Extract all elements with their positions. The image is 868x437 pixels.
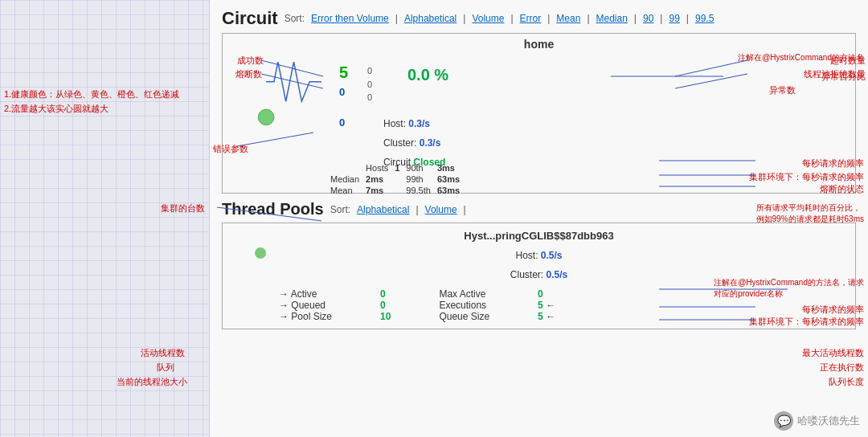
tp-left-values: 0 0 10 <box>380 288 391 322</box>
annotation-max-active: 最大活动线程数 <box>802 347 864 359</box>
percent-value: 0.0 % <box>407 66 448 84</box>
tp-pool-size-val: 10 <box>380 311 391 322</box>
tp-queue-size-val: 5 <box>538 311 543 322</box>
tp-active-val: 0 <box>380 288 391 300</box>
annotation-cluster-count: 集群的台数 <box>161 202 205 214</box>
thread-pool-title: Thread Pools <box>222 200 324 218</box>
timeout-count: 0 <box>367 66 372 76</box>
watermark-icon: 💬 <box>774 411 793 431</box>
tp-left-labels: → Active → Queued → Pool Size <box>279 288 332 322</box>
grid-background <box>0 0 209 437</box>
thread-reject-count: 0 <box>367 80 372 89</box>
annotation-circuit-status: 熔断的状态 <box>820 183 864 195</box>
tp-executions-val: 5 <box>538 300 543 311</box>
tp-card-name: Hyst...pringCGLIB$$87dbb963 <box>231 230 847 242</box>
tp-host-rate: 0.5/s <box>541 250 563 261</box>
error-count: 0 <box>339 116 345 129</box>
annotation-tp-method: 注解在@HystrixCommand的方法名，请求 对应的provider名称 <box>714 277 864 300</box>
sort-mean[interactable]: Mean <box>556 13 580 24</box>
watermark-text: 哈喽沃德先生 <box>797 414 860 428</box>
sort-median[interactable]: Median <box>596 13 628 24</box>
svg-point-0 <box>258 109 274 125</box>
watermark: 💬 哈喽沃德先生 <box>774 411 860 431</box>
annotation-pool-size: 当前的线程池大小 <box>117 376 187 388</box>
annotation-executions: 正在执行数 <box>820 361 864 374</box>
host-rate: 0.3/s <box>408 118 430 129</box>
error-percent: 0.0 % <box>407 66 448 84</box>
annotation-error-param: 错误参数 <box>213 143 248 155</box>
sort-error-volume[interactable]: Error then Volume <box>311 13 389 24</box>
tp-sort-alphabetical[interactable]: Alphabetical <box>357 204 409 215</box>
circuit-left-stats: 5 0 0 <box>339 64 348 130</box>
exception-count: 0 <box>367 92 372 102</box>
annotation-exception: 异常数 <box>769 84 796 96</box>
p90-val: 3ms <box>434 162 463 174</box>
circuit-right-small-stats: 0 0 0 <box>367 64 372 104</box>
sort-alphabetical[interactable]: Alphabetical <box>404 13 457 24</box>
annotation-rps: 每秒请求的频率 <box>802 157 864 169</box>
annotation-method-name: 注解在@HystrixCommand的方法名 <box>738 52 864 63</box>
annotation-queue: 队列 <box>157 361 174 374</box>
success-count: 5 <box>339 64 348 80</box>
tp-cluster-rate: 0.5/s <box>546 269 567 280</box>
cluster-rate: 0.3/s <box>420 137 441 149</box>
tp-queued-val: 0 <box>380 300 391 311</box>
annotation-tp-rps: 每秒请求的频率 <box>802 304 864 316</box>
sort-99-5[interactable]: 99.5 <box>695 13 714 24</box>
mean-val: 7ms <box>362 185 391 196</box>
tp-health-indicator <box>255 247 266 259</box>
latency-stats: Hosts 1 90th 3ms Median 2ms 99th 63ms Me… <box>327 162 463 196</box>
annotation-cluster-rps: 集群环境下：每秒请求的频率 <box>749 171 864 183</box>
annotation-queue-length: 队列长度 <box>829 376 864 388</box>
circuit-break-count: 0 <box>339 84 345 100</box>
annotation-success: 成功数 <box>237 55 264 67</box>
tp-max-active-val: 0 <box>538 288 555 300</box>
p99-val: 63ms <box>434 174 463 185</box>
sort-error[interactable]: Error <box>520 13 542 24</box>
annotation-health-color: 1.健康颜色：从绿色、黄色、橙色、红色递减 <box>4 88 179 100</box>
tp-sort-label: Sort: <box>330 204 350 215</box>
annotation-circuit-break: 熔断数 <box>235 68 262 80</box>
annotation-active-threads: 活动线程数 <box>141 347 185 359</box>
tp-sort-volume[interactable]: Volume <box>425 204 457 215</box>
median-val: 2ms <box>362 174 391 185</box>
tp-right-values: 0 5 ← 5 ← <box>538 288 555 322</box>
annotation-tp-cluster-rps: 集群环境下：每秒请求的频率 <box>749 316 864 328</box>
thread-pool-card: Hyst...pringCGLIB$$87dbb963 Host: 0.5/s … <box>222 223 856 329</box>
p99-5-val: 63ms <box>434 185 463 196</box>
circuit-header: Circuit Sort: Error then Volume | Alphab… <box>210 0 868 33</box>
annotation-flow-size: 2.流量越大该实心圆就越大 <box>4 103 108 115</box>
sort-90[interactable]: 90 <box>643 13 653 24</box>
sort-label: Sort: <box>285 13 305 24</box>
hosts-val: 1 <box>391 162 403 174</box>
sort-volume[interactable]: Volume <box>472 13 504 24</box>
circuit-title: Circuit <box>222 8 278 29</box>
annotation-latency-pct: 所有请求平均耗时的百分比， 例如99%的请求都是耗时63ms <box>756 202 864 225</box>
annotation-exception-pct: 异常百分比 <box>821 71 866 83</box>
tp-right-labels: Max Active Executions Queue Size <box>439 288 489 322</box>
sort-99[interactable]: 99 <box>669 13 679 24</box>
circuit-card-name: home <box>524 38 554 51</box>
